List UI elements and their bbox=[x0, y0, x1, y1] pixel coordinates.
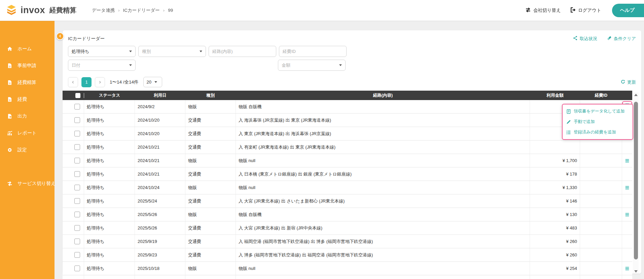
refresh-link[interactable]: 更新 bbox=[620, 79, 636, 85]
col-header-route: 経路(内容) bbox=[236, 93, 530, 98]
list-icon bbox=[566, 130, 571, 135]
report-icon bbox=[7, 130, 13, 136]
row-status: 処理待ち bbox=[84, 141, 135, 154]
row-menu-button[interactable] bbox=[623, 211, 632, 218]
chevron-down-icon bbox=[129, 64, 132, 66]
status-filter-select[interactable]: 処理待ち bbox=[68, 46, 136, 57]
row-checkbox[interactable] bbox=[74, 266, 80, 271]
breadcrumb-item[interactable]: ICカードリーダー bbox=[123, 7, 160, 13]
amount-filter-select[interactable]: 金額 bbox=[278, 60, 346, 71]
popup-menu-item[interactable]: 登録済みの経費を追加 bbox=[563, 127, 633, 137]
chevron-down-icon bbox=[129, 51, 132, 52]
row-menu-button[interactable] bbox=[623, 157, 632, 164]
sidebar-item-settings[interactable]: 設定 bbox=[0, 142, 55, 158]
table-row: 処理待ち 2025/5/26 交通費 入 大宮 (JR東北本線) 出 新宿 (J… bbox=[63, 221, 632, 235]
route-filter-input[interactable] bbox=[209, 46, 276, 57]
select-all-checkbox[interactable] bbox=[75, 93, 80, 98]
chevron-down-icon bbox=[154, 81, 157, 83]
row-amount: ¥ 260 bbox=[530, 235, 580, 248]
row-action-cell bbox=[622, 248, 632, 261]
scroll-up-arrow[interactable] bbox=[633, 92, 639, 97]
row-checkbox[interactable] bbox=[74, 198, 80, 204]
row-action-cell bbox=[622, 221, 632, 235]
gear-icon bbox=[7, 147, 13, 153]
row-action-cell bbox=[622, 208, 632, 221]
current-page-button[interactable]: 1 bbox=[81, 77, 92, 87]
row-checkbox[interactable] bbox=[74, 225, 80, 231]
sidebar-item-home[interactable]: ホーム bbox=[0, 40, 55, 57]
row-type: 物販 bbox=[185, 262, 236, 275]
row-status: 処理待ち bbox=[84, 154, 135, 167]
type-filter-select[interactable]: 種別 bbox=[138, 46, 206, 57]
popup-menu-item[interactable]: 手動で追加 bbox=[563, 117, 633, 127]
breadcrumb-item[interactable]: データ連携 bbox=[92, 7, 115, 13]
breadcrumb-item[interactable]: 99 bbox=[168, 8, 173, 13]
row-amount: ¥ 130 bbox=[530, 208, 580, 221]
scrollbar-thumb[interactable] bbox=[634, 102, 638, 259]
logout-link[interactable]: ログアウト bbox=[570, 7, 601, 14]
main-content: ICカードリーダー 取込状況 bbox=[55, 21, 644, 279]
row-status: 処理待ち bbox=[84, 100, 135, 113]
import-status-link[interactable]: 取込状況 bbox=[573, 35, 597, 42]
row-checkbox[interactable] bbox=[74, 239, 80, 244]
sidebar-item-service-switch[interactable]: サービス切り替え bbox=[0, 175, 55, 192]
sidebar-item-expense[interactable]: 経費 bbox=[0, 91, 55, 108]
row-menu-button[interactable] bbox=[623, 265, 632, 272]
row-checkbox[interactable] bbox=[74, 104, 80, 110]
table-row: 処理待ち 2025/10/18 交通費 入 大宮 (JR東北本線) 出 さいたま… bbox=[63, 275, 632, 279]
company-switch-link[interactable]: 会社切り替え bbox=[525, 7, 561, 14]
vertical-scrollbar[interactable] bbox=[633, 92, 639, 274]
hamburger-icon bbox=[624, 158, 630, 163]
row-checkbox[interactable] bbox=[74, 252, 80, 258]
row-checkbox[interactable] bbox=[74, 212, 80, 217]
row-checkbox[interactable] bbox=[74, 171, 80, 177]
clear-conditions-link[interactable]: 条件クリア bbox=[607, 35, 636, 42]
row-checkbox[interactable] bbox=[74, 131, 80, 136]
row-type: 物販 bbox=[185, 181, 236, 194]
prev-page-button[interactable] bbox=[68, 77, 78, 87]
table-header-row: ステータス 利用日 種別 経路(内容) 利用金額 経費ID bbox=[63, 91, 632, 100]
row-date: 2025/5/26 bbox=[135, 221, 185, 235]
row-date: 2025/5/26 bbox=[135, 208, 185, 221]
pencil-icon bbox=[566, 119, 571, 125]
row-checkbox[interactable] bbox=[74, 117, 80, 123]
row-amount: ¥ 146 bbox=[530, 194, 580, 208]
next-page-button[interactable] bbox=[95, 77, 105, 87]
row-checkbox[interactable] bbox=[74, 158, 80, 163]
row-type: 物販 bbox=[185, 154, 236, 167]
row-amount bbox=[530, 141, 580, 154]
help-button[interactable]: ヘルプ bbox=[612, 4, 644, 17]
refresh-icon bbox=[620, 79, 625, 85]
page-size-select[interactable]: 20 bbox=[143, 77, 162, 87]
row-expense-id bbox=[580, 154, 622, 167]
app-logo: invox 経費精算 bbox=[5, 4, 76, 17]
row-checkbox[interactable] bbox=[74, 144, 80, 150]
table-row: 処理待ち 2024/10/20 交通費 入 東京 (JR東海道本線) 出 海浜幕… bbox=[63, 127, 632, 141]
row-expense-id bbox=[580, 208, 622, 221]
row-date: 2024/9/2 bbox=[135, 100, 185, 113]
col-header-expense-id: 経費ID bbox=[580, 93, 622, 98]
sidebar-item-report[interactable]: レポート bbox=[0, 125, 55, 142]
ic-card-table: ステータス 利用日 種別 経路(内容) 利用金額 経費ID 処理待ち 2024/… bbox=[63, 91, 641, 279]
home-icon bbox=[7, 46, 13, 52]
scroll-down-arrow[interactable] bbox=[633, 269, 639, 274]
row-date: 2025/9/19 bbox=[135, 235, 185, 248]
row-type: 物販 bbox=[185, 208, 236, 221]
row-route: 物販 null bbox=[236, 181, 530, 194]
table-row: 処理待ち 2024/10/21 交通費 入 有楽町 (JR東海道本線) 出 東京… bbox=[63, 141, 632, 154]
row-status: 処理待ち bbox=[84, 248, 135, 261]
date-filter-select[interactable]: 日付 bbox=[68, 60, 136, 71]
row-type: 物販 bbox=[185, 100, 236, 113]
row-menu-button[interactable] bbox=[623, 184, 632, 191]
row-type: 交通費 bbox=[185, 127, 236, 140]
row-checkbox[interactable] bbox=[74, 185, 80, 190]
popup-menu-item[interactable]: 領収書をデータ化して追加 bbox=[563, 106, 633, 117]
expense-id-filter-input[interactable] bbox=[279, 46, 347, 57]
sidebar-item-output[interactable]: 出力 bbox=[0, 108, 55, 125]
sidebar-collapse-button[interactable] bbox=[56, 32, 64, 40]
col-header-amount: 利用金額 bbox=[530, 93, 580, 98]
sidebar-item-expense-report[interactable]: 経費精算 bbox=[0, 74, 55, 91]
col-header-status: ステータス bbox=[84, 93, 135, 98]
sidebar-item-pre-application[interactable]: 事前申請 bbox=[0, 57, 55, 74]
row-expense-id bbox=[580, 235, 622, 248]
